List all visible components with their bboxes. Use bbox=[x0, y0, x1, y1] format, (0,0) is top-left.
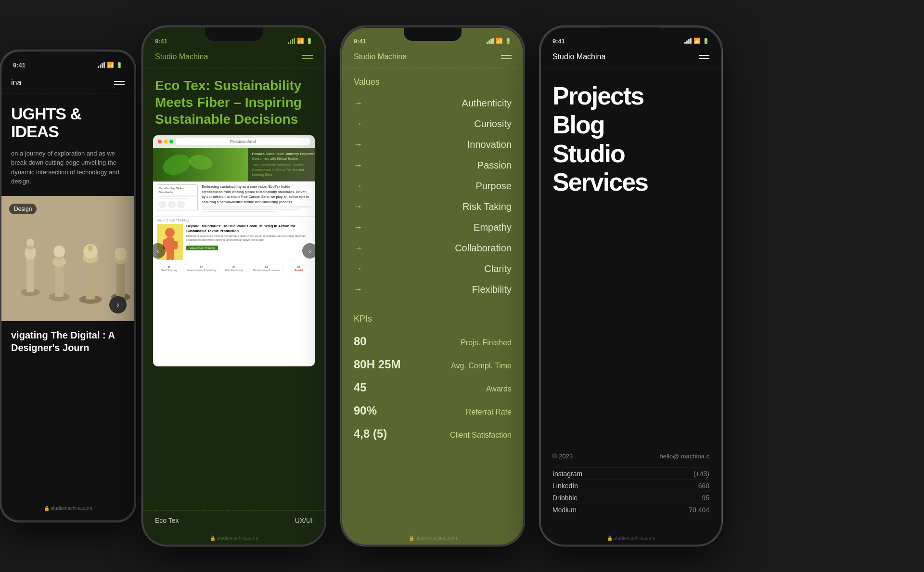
phone-1-desc: on a journey of exploration and as we br… bbox=[1, 149, 134, 196]
arrow-curiosity: → bbox=[354, 119, 362, 129]
value-item-collaboration: → Collaboration bbox=[354, 238, 512, 259]
hamburger-menu-4[interactable] bbox=[699, 55, 709, 59]
nav-item-services[interactable]: Services bbox=[552, 168, 709, 197]
nav-item-blog[interactable]: Blog bbox=[552, 111, 709, 140]
arrow-clarity: → bbox=[354, 264, 362, 274]
hamburger-menu-3[interactable] bbox=[501, 55, 512, 59]
browser-dots bbox=[158, 140, 173, 143]
nav-item-studio[interactable]: Studio bbox=[552, 140, 709, 169]
social-name-dribbble: Dribbble bbox=[552, 494, 578, 502]
social-instagram[interactable]: Instagram (+43) bbox=[552, 468, 709, 480]
social-linkedin[interactable]: LinkedIn 660 bbox=[552, 480, 709, 492]
value-item-passion: → Passion bbox=[354, 155, 512, 176]
phone-2-footer-bar: Eco Tex UX/UI bbox=[143, 510, 324, 530]
phone-4-nav: Projects Blog Studio Services bbox=[541, 67, 721, 211]
value-authenticity: Authenticity bbox=[462, 98, 512, 109]
svg-text:Leading State: Leading State bbox=[252, 173, 273, 177]
kpi-label-awards: Awards bbox=[486, 385, 512, 393]
browser-hero-img: Emma's Sustainable Journey: Empowering C… bbox=[153, 148, 315, 182]
status-icons-2: 📶 🔋 bbox=[288, 38, 313, 44]
time-2: 9:41 bbox=[155, 38, 167, 45]
kpis-section-title: KPIs bbox=[342, 304, 523, 330]
social-dribbble[interactable]: Dribbble 95 bbox=[552, 492, 709, 504]
phone-3-url: 🔒 studiomachina.com bbox=[342, 535, 523, 541]
social-name-medium: Medium bbox=[552, 506, 577, 514]
value-empathy: Empathy bbox=[474, 222, 512, 233]
svg-text:Emma's Sustainable Journey: Em: Emma's Sustainable Journey: Empowering bbox=[252, 152, 315, 156]
phone-3: 9:41 📶 🔋 Studio Machina Valu bbox=[341, 26, 525, 546]
svg-rect-36 bbox=[170, 250, 174, 260]
social-name-linkedin: LinkedIn bbox=[552, 482, 578, 490]
svg-point-19 bbox=[115, 247, 127, 260]
phone-1: 9:41 📶 🔋 ina UGHTS & IDEAS on a j bbox=[0, 50, 136, 522]
value-purpose: Purpose bbox=[476, 181, 512, 192]
svg-point-31 bbox=[165, 228, 175, 237]
wifi-icon-2: 📶 bbox=[297, 38, 304, 44]
kpi-value-satisfaction: 4,8 (5) bbox=[354, 427, 387, 441]
arrow-passion: → bbox=[354, 160, 362, 170]
next-arrow-1[interactable]: › bbox=[109, 296, 127, 313]
phone-3-header: Studio Machina bbox=[342, 49, 523, 67]
carousel-next-btn[interactable]: › bbox=[302, 243, 315, 259]
arrow-authenticity: → bbox=[354, 98, 362, 108]
phones-container: 9:41 📶 🔋 ina UGHTS & IDEAS on a j bbox=[0, 0, 924, 572]
value-item-authenticity: → Authenticity bbox=[354, 93, 512, 114]
arrow-innovation: → bbox=[354, 140, 362, 150]
battery-icon-1: 🔋 bbox=[116, 62, 123, 68]
kpi-value-projs: 80 bbox=[354, 335, 367, 348]
value-item-clarity: → Clarity bbox=[354, 259, 512, 279]
value-passion: Passion bbox=[477, 160, 512, 171]
svg-rect-17 bbox=[116, 261, 125, 297]
value-item-purpose: → Purpose bbox=[354, 176, 512, 196]
status-icons-4: 📶 🔋 bbox=[684, 38, 709, 44]
phone-4: 9:41 📶 🔋 Studio Machina bbox=[539, 26, 722, 546]
arrow-collaboration: → bbox=[354, 243, 362, 253]
value-flexibility: Flexibility bbox=[472, 284, 512, 295]
wifi-icon-1: 📶 bbox=[107, 62, 114, 68]
status-icons-3: 📶 🔋 bbox=[487, 38, 512, 44]
kpi-awards: 45 Awards bbox=[354, 376, 512, 399]
value-item-curiosity: → Curiosity bbox=[354, 114, 512, 134]
phone-2-title: Eco Tex: Sustainability Meets Fiber – In… bbox=[143, 67, 324, 135]
svg-rect-35 bbox=[167, 250, 170, 260]
signal-icon-1 bbox=[98, 62, 105, 68]
status-icons-1: 📶 🔋 bbox=[98, 62, 123, 68]
footer-left-2: Eco Tex bbox=[155, 517, 179, 524]
hamburger-menu-1[interactable] bbox=[114, 81, 125, 85]
nav-item-projects[interactable]: Projects bbox=[552, 82, 709, 111]
notch-4 bbox=[602, 27, 660, 41]
browser-cta[interactable]: Value Chain Thinking bbox=[186, 246, 218, 250]
svg-text:Commitment to Ethical Textiles: Commitment to Ethical Textiles and bbox=[252, 168, 304, 171]
social-medium[interactable]: Medium 70 404 bbox=[552, 504, 709, 516]
social-name-instagram: Instagram bbox=[552, 470, 582, 478]
values-section-title: Values bbox=[342, 67, 523, 93]
browser-article-text: Embracing value chain thinking, we activ… bbox=[186, 234, 311, 242]
time-4: 9:41 bbox=[552, 38, 565, 45]
notch-1 bbox=[39, 52, 97, 65]
svg-rect-7 bbox=[55, 263, 64, 297]
arrow-risk-taking: → bbox=[354, 202, 362, 212]
signal-icon-4 bbox=[684, 38, 692, 44]
phone-1-content: ina UGHTS & IDEAS on a journey of explor… bbox=[1, 73, 134, 520]
value-curiosity: Curiosity bbox=[474, 118, 512, 130]
notch-3 bbox=[404, 27, 462, 41]
svg-text:Consumers with Ethical Textile: Consumers with Ethical Textiles bbox=[252, 157, 299, 160]
phone-1-card: Design › vigating The Digital : A Design… bbox=[1, 196, 134, 358]
hamburger-menu-2[interactable] bbox=[302, 55, 313, 59]
social-count-linkedin: 660 bbox=[698, 482, 709, 490]
svg-text:The Sustainable Visionary: Jav: The Sustainable Visionary: Javier's bbox=[252, 163, 304, 167]
kpi-label-projs: Projs. Finished bbox=[461, 338, 512, 347]
phone-4-url: 🔒 studiomachina.com bbox=[541, 535, 721, 541]
phone-1-brand: ina bbox=[11, 78, 21, 87]
phone-1-card-image: Design › bbox=[1, 196, 134, 321]
phone-3-brand: Studio Machina bbox=[354, 52, 407, 61]
svg-point-10 bbox=[53, 246, 65, 257]
phone-2-url: 🔒 studiomachina.com bbox=[143, 535, 324, 541]
kpi-client-satisfaction: 4,8 (5) Client Satisfaction bbox=[354, 422, 512, 445]
battery-icon-2: 🔋 bbox=[306, 38, 313, 44]
value-item-innovation: → Innovation bbox=[354, 134, 512, 155]
arrow-purpose: → bbox=[354, 181, 362, 191]
battery-icon-3: 🔋 bbox=[505, 38, 512, 44]
time-1: 9:41 bbox=[13, 62, 26, 69]
svg-point-5 bbox=[26, 239, 34, 247]
